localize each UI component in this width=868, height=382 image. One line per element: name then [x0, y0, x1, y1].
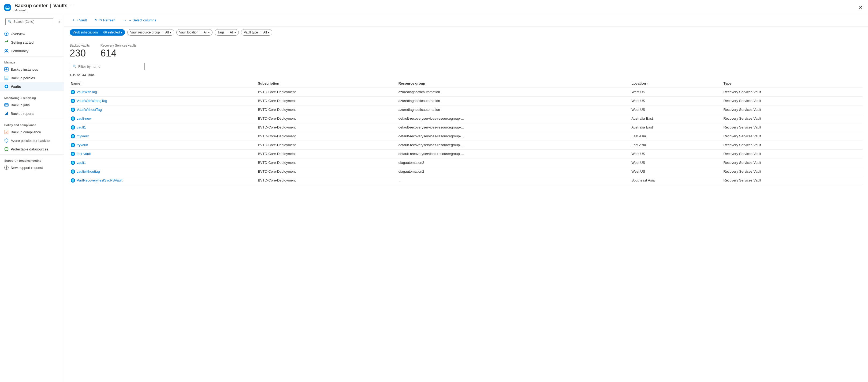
- sidebar-item-new-support-request[interactable]: New support request: [0, 163, 64, 172]
- filter-input-box[interactable]: 🔍: [70, 63, 145, 70]
- table-cell-location: Australia East: [630, 114, 722, 123]
- table-cell-subscription: BVTD-Core-Deployment: [257, 88, 397, 96]
- sidebar-item-protectable-datasources[interactable]: Protectable datasources: [0, 145, 64, 153]
- vault-name-link[interactable]: VaultWithoutTag: [76, 108, 102, 112]
- refresh-icon: ↻: [94, 18, 97, 22]
- vault-name-link[interactable]: tryvault: [76, 143, 88, 147]
- backup-reports-icon: [4, 111, 8, 116]
- recovery-vaults-label: Recovery Services vaults: [100, 44, 137, 47]
- vault-row-icon: [71, 178, 75, 182]
- sidebar-item-backup-jobs[interactable]: Backup jobs: [0, 101, 64, 109]
- table-cell-type: Recovery Services Vault: [722, 96, 863, 105]
- table-cell-resource-group: diagautomation2: [397, 158, 630, 167]
- sidebar-item-community[interactable]: Community: [0, 46, 64, 55]
- select-columns-button[interactable]: → → Select columns: [120, 16, 159, 24]
- sidebar-item-vaults[interactable]: Vaults: [0, 82, 64, 91]
- overview-icon: [4, 32, 8, 36]
- table-cell-subscription: BVTD-Core-Deployment: [257, 149, 397, 158]
- col-resource-group[interactable]: Resource group: [397, 79, 630, 88]
- svg-point-8: [6, 49, 8, 51]
- table-cell-type: Recovery Services Vault: [722, 158, 863, 167]
- sidebar-item-getting-started[interactable]: Getting started: [0, 38, 64, 46]
- backup-vaults-value: 230: [70, 48, 90, 59]
- vault-row-icon: [71, 90, 75, 94]
- filter-search-icon: 🔍: [73, 65, 76, 68]
- sidebar-item-azure-policies[interactable]: Azure policies for backup: [0, 136, 64, 145]
- backup-compliance-icon: [4, 130, 8, 134]
- vault-button[interactable]: + + Vault: [70, 16, 90, 24]
- vault-name-link[interactable]: vault1: [76, 161, 86, 165]
- col-name[interactable]: Name ↕: [70, 79, 257, 88]
- vault-row-icon: [71, 116, 75, 121]
- filter-by-name-input[interactable]: [78, 65, 142, 69]
- sidebar-item-backup-instances[interactable]: Backup instances: [0, 65, 64, 74]
- select-columns-icon: →: [123, 18, 126, 22]
- collapse-icon[interactable]: «: [57, 19, 61, 25]
- filter-rg-chevron: ▾: [170, 31, 171, 34]
- section-monitoring-label: Monitoring + reporting: [0, 93, 64, 101]
- more-options-icon[interactable]: ···: [70, 3, 74, 8]
- table-row: tryvault BVTD-Core-Deploymentdefault-rec…: [70, 141, 863, 149]
- backup-policies-icon: [4, 76, 8, 80]
- sidebar-item-backup-reports[interactable]: Backup reports: [0, 109, 64, 118]
- table-cell-location: West US: [630, 96, 722, 105]
- filter-vault-type[interactable]: Vault type == All ▾: [241, 29, 272, 36]
- table-cell-subscription: BVTD-Core-Deployment: [257, 132, 397, 141]
- svg-point-3: [6, 6, 9, 8]
- vault-name-link[interactable]: test-vault: [76, 152, 91, 156]
- table-cell-type: Recovery Services Vault: [722, 176, 863, 185]
- filter-tags-chevron: ▾: [235, 31, 236, 34]
- col-location[interactable]: Location ↕: [630, 79, 722, 88]
- items-count: 1-15 of 844 items: [64, 72, 868, 79]
- sidebar-item-overview[interactable]: Overview: [0, 29, 64, 38]
- table-cell-subscription: BVTD-Core-Deployment: [257, 141, 397, 149]
- vault-name-link[interactable]: vault-new: [76, 116, 92, 120]
- svg-point-5: [6, 33, 7, 35]
- table-cell-resource-group: default-recoveryservices-resourcegroup-.…: [397, 132, 630, 141]
- table-cell-resource-group: azurediagnosticautomation: [397, 88, 630, 96]
- recovery-vaults-value: 614: [100, 48, 137, 59]
- table-cell-type: Recovery Services Vault: [722, 132, 863, 141]
- filter-tags[interactable]: Tags == All ▾: [215, 29, 239, 36]
- svg-point-15: [6, 86, 7, 87]
- vault-name-link[interactable]: vaultwithouttag: [76, 169, 100, 173]
- table-cell-location: Australia East: [630, 123, 722, 132]
- vault-icon: +: [72, 18, 74, 22]
- search-icon: 🔍: [8, 20, 12, 24]
- section-manage-label: Manage: [0, 58, 64, 65]
- backup-vaults-stat: Backup vaults 230: [70, 44, 90, 59]
- table-cell-location: West US: [630, 167, 722, 176]
- table-cell-subscription: BVTD-Core-Deployment: [257, 123, 397, 132]
- search-box[interactable]: 🔍: [5, 18, 53, 25]
- protectable-datasources-icon: [4, 147, 8, 151]
- filter-resource-group[interactable]: Vault resource group == All ▾: [127, 29, 174, 36]
- filter-subscription[interactable]: Vault subscription == 66 selected ▾: [70, 29, 125, 36]
- vault-row-icon: [71, 161, 75, 165]
- vault-name-link[interactable]: PartRecoveryTestSvcRSVault: [76, 178, 122, 182]
- svg-rect-11: [5, 77, 7, 77]
- table-cell-resource-group: default-recoveryservices-resourcegroup-.…: [397, 123, 630, 132]
- col-subscription[interactable]: Subscription: [257, 79, 397, 88]
- close-button[interactable]: ✕: [857, 3, 865, 11]
- table-row: vault1 BVTD-Core-Deploymentdiagautomatio…: [70, 158, 863, 167]
- sidebar-item-backup-compliance[interactable]: Backup compliance: [0, 128, 64, 136]
- filter-location[interactable]: Vault location == All ▾: [176, 29, 213, 36]
- vaults-table-container: Name ↕ Subscription Resource group Locat…: [64, 79, 868, 382]
- vault-name-link[interactable]: VaultWithTag: [76, 90, 97, 94]
- col-name-sort-icon: ↕: [81, 82, 83, 85]
- table-cell-location: West US: [630, 149, 722, 158]
- table-cell-subscription: BVTD-Core-Deployment: [257, 96, 397, 105]
- app-name: Backup center: [14, 3, 48, 8]
- vault-name-link[interactable]: myvault: [76, 134, 89, 138]
- refresh-button[interactable]: ↻ ↻ Refresh: [92, 16, 118, 24]
- table-row: vault-new BVTD-Core-Deploymentdefault-re…: [70, 114, 863, 123]
- vault-name-link[interactable]: VaultWithWrongTag: [76, 99, 107, 103]
- table-row: VaultWithWrongTag BVTD-Core-Deploymentaz…: [70, 96, 863, 105]
- sidebar-item-backup-policies[interactable]: Backup policies: [0, 74, 64, 82]
- svg-rect-12: [5, 78, 7, 78]
- search-input[interactable]: [13, 20, 51, 24]
- vault-name-link[interactable]: vault1: [76, 125, 86, 129]
- svg-point-7: [5, 49, 6, 51]
- filter-subscription-chevron: ▾: [121, 31, 122, 34]
- col-type[interactable]: Type: [722, 79, 863, 88]
